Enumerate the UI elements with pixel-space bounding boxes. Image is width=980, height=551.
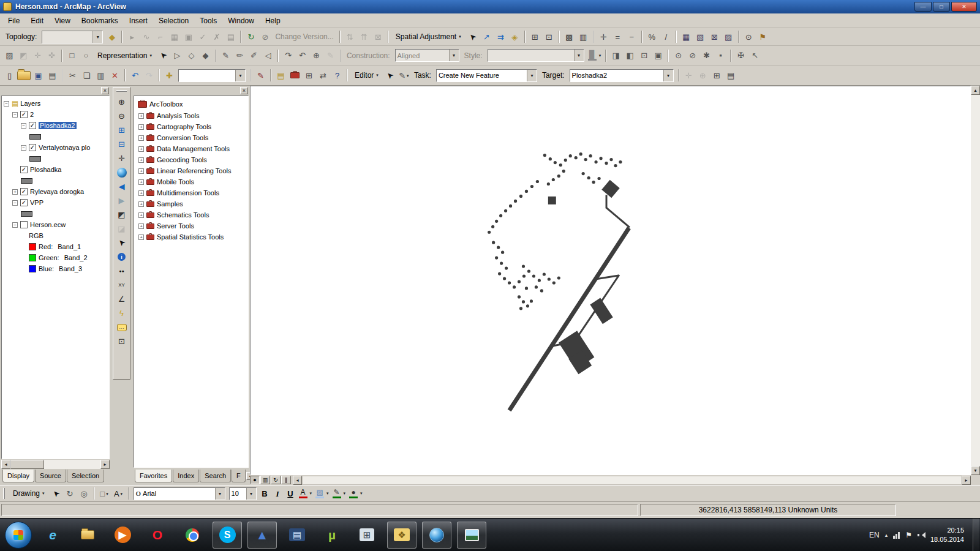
layer-visibility-checkbox[interactable]: ✓ — [20, 188, 28, 195]
utorrent-icon[interactable]: µ — [317, 522, 347, 549]
forward-extent-icon[interactable]: ▶ — [114, 193, 129, 208]
collapse-icon[interactable]: − — [12, 200, 18, 206]
zoom-out-icon[interactable]: ⊖ — [114, 109, 129, 123]
auto-complete-polygon-icon[interactable]: ▦ — [167, 30, 181, 43]
map-scroll-down-button[interactable]: ▾ — [971, 466, 980, 475]
reshape-edge-icon[interactable]: ⌐ — [153, 30, 167, 43]
new-displacement-link-icon[interactable]: ↗ — [480, 30, 494, 43]
grid-four-icon[interactable]: ▨ — [722, 30, 736, 43]
flag-icon[interactable]: ⚑ — [756, 30, 770, 43]
refresh-view-button[interactable]: ↻ — [271, 476, 281, 484]
font-color-dropdown[interactable]: A▾ — [297, 488, 314, 499]
toolbox-item-geocoding-tools[interactable]: +Geocoding Tools — [134, 154, 248, 165]
cut-icon[interactable]: ✂ — [66, 69, 80, 82]
representation-rule-icon[interactable]: ▨ — [2, 49, 17, 62]
calculator-icon[interactable]: ⊞ — [352, 522, 382, 549]
toc-item-ploshadka[interactable]: ✓Ploshadka — [2, 164, 109, 175]
new-map-icon[interactable]: ▯ — [2, 69, 17, 82]
data-view-button[interactable]: ● — [250, 476, 260, 484]
menu-selection[interactable]: Selection — [153, 14, 194, 28]
font-size-combo[interactable]: 10▾ — [229, 487, 257, 500]
pan-icon[interactable]: ✛ — [114, 151, 129, 165]
tab-source[interactable]: Source — [35, 470, 66, 482]
target-combo-dropdown-arrow[interactable]: ▾ — [663, 70, 673, 81]
measure-icon[interactable]: ∠ — [114, 292, 129, 306]
skype-icon[interactable]: S — [213, 522, 242, 549]
paste-icon[interactable]: ▥ — [94, 69, 108, 82]
map-scroll-up-button[interactable]: ▴ — [971, 86, 980, 95]
direct-select-icon[interactable]: ▷ — [170, 49, 184, 62]
go-to-xy-icon[interactable]: XY — [114, 278, 129, 292]
menu-insert[interactable]: Insert — [124, 14, 153, 28]
sketch-disabled-icon[interactable]: ✎ — [323, 49, 337, 62]
toolbar-grip[interactable] — [116, 90, 127, 92]
task-combo[interactable]: Create New Feature▾ — [436, 69, 537, 82]
tab-selection[interactable]: Selection — [67, 470, 104, 482]
tab-index[interactable]: Index — [173, 470, 199, 482]
representation-marker-icon[interactable]: ✛ — [31, 49, 45, 62]
back-extent-icon[interactable]: ◀ — [114, 179, 129, 193]
construction-combo-dropdown-arrow[interactable]: ▾ — [449, 50, 459, 61]
reshape-tool-icon[interactable]: ✐ — [247, 49, 261, 62]
grid-two-icon[interactable]: ▧ — [693, 30, 707, 43]
html-popup-icon[interactable]: … — [114, 320, 129, 334]
map-horizontal-scrollbar[interactable] — [302, 476, 962, 485]
display-right-icon[interactable]: ◧ — [623, 49, 637, 62]
full-extent-icon[interactable] — [114, 165, 129, 179]
target-combo[interactable]: Ploshadka2▾ — [570, 69, 674, 82]
compress-version-icon[interactable]: ⊘ — [258, 30, 272, 43]
marker-two-icon[interactable]: ⊘ — [685, 49, 699, 62]
collapse-icon[interactable]: − — [12, 222, 18, 228]
error-inspector-icon[interactable]: ▤ — [224, 30, 238, 43]
toolbox-item-mobile-tools[interactable]: +Mobile Tools — [134, 176, 248, 187]
arccatalog-icon[interactable]: ▤ — [274, 69, 288, 82]
layer-symbol-swatch[interactable] — [29, 134, 41, 140]
add-point-icon[interactable]: ⊕ — [309, 49, 323, 62]
validate-extent-icon[interactable]: ▣ — [181, 30, 195, 43]
toolbox-item-analysis-tools[interactable]: +Analysis Tools — [134, 110, 248, 121]
layer-visibility-checkbox[interactable]: ✓ — [29, 144, 36, 151]
topology-combo[interactable]: ▾ — [42, 31, 103, 43]
toc-item-blue[interactable]: Blue:Band_3 — [2, 263, 109, 274]
divide-icon[interactable]: / — [659, 30, 673, 43]
fixed-zoom-in-icon[interactable]: ⊞ — [114, 123, 129, 137]
toolbox-item-multidimension-tools[interactable]: +Multidimension Tools — [134, 187, 248, 198]
trace-icon[interactable]: ⊙ — [742, 30, 756, 43]
notebook-app-icon[interactable]: ▤ — [282, 522, 312, 549]
menu-edit[interactable]: Edit — [25, 14, 49, 28]
editor-menu[interactable]: Editor▾ — [350, 69, 383, 82]
edit-tool-icon[interactable]: ➤ — [383, 69, 397, 82]
language-indicator[interactable]: EN — [869, 531, 880, 539]
toc-item-rylevaya-dorogka[interactable]: +✓Rylevaya dorogka — [2, 186, 109, 197]
topology-edit-tool-icon[interactable]: ▸ — [125, 30, 139, 43]
fixed-zoom-out-icon[interactable]: ⊟ — [114, 137, 129, 151]
network-icon[interactable] — [893, 531, 900, 539]
map-scroll-left-button[interactable]: ◂ — [293, 476, 302, 485]
scroll-thumb[interactable] — [10, 460, 44, 469]
expand-icon[interactable]: + — [138, 113, 144, 119]
add-link-icon[interactable]: ✛ — [597, 30, 611, 43]
adjustment-select-icon[interactable]: ➤ — [466, 30, 480, 43]
menu-tools[interactable]: Tools — [194, 14, 222, 28]
rotate-tool-icon[interactable]: ⊕ — [696, 69, 710, 82]
menu-view[interactable]: View — [49, 14, 76, 28]
fix-error-tool-icon[interactable]: ✗ — [209, 30, 224, 43]
layer-visibility-checkbox[interactable]: ✓ — [20, 166, 28, 173]
map-canvas[interactable] — [250, 86, 971, 475]
command-line-icon[interactable]: ⊞ — [302, 69, 316, 82]
move-parallel-icon[interactable]: ✠ — [734, 49, 748, 62]
representation-menu[interactable]: Representation▾ — [93, 49, 156, 62]
toc-symbol-row[interactable] — [2, 175, 109, 186]
toc-symbol-row[interactable] — [2, 131, 109, 142]
scroll-track[interactable] — [44, 460, 100, 469]
rotate-element-icon[interactable]: ↻ — [63, 487, 77, 500]
spatial-adjustment-menu[interactable]: Spatial Adjustment▾ — [391, 30, 466, 43]
arcmap-icon[interactable]: ❖ — [387, 522, 417, 549]
expand-icon[interactable]: + — [138, 179, 144, 185]
select-elements-icon[interactable]: ➤ — [114, 236, 129, 250]
map-scale-combo[interactable]: ▾ — [178, 69, 246, 82]
multiple-links-icon[interactable]: ⇉ — [494, 30, 508, 43]
expand-icon[interactable]: + — [138, 201, 144, 207]
toolbox-item-samples[interactable]: +Samples — [134, 198, 248, 209]
layer-symbol-swatch[interactable] — [21, 211, 32, 217]
